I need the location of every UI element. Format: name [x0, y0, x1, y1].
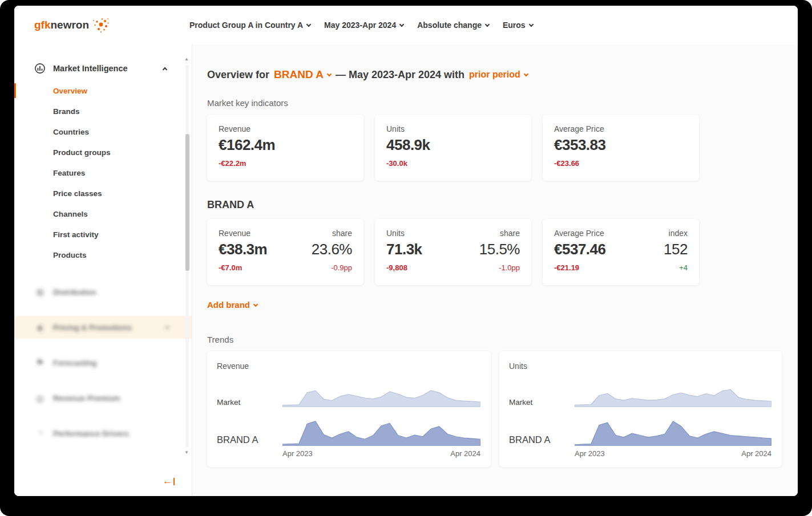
compare-period-label: prior period — [469, 70, 520, 80]
scroll-up-arrow[interactable]: ▲ — [183, 56, 190, 63]
kpi-metric-value: 152 — [664, 241, 688, 258]
title-prefix: Overview for — [207, 69, 269, 81]
sidebar-module-market-intelligence[interactable]: Market Intelligence — [34, 58, 167, 79]
sidebar-module-label: Performance Drivers — [53, 429, 129, 438]
filter-currency-label: Euros — [503, 21, 526, 30]
filter-change-type-label: Absolute change — [417, 21, 482, 30]
sidebar: Market Intelligence Overview Brands Coun… — [14, 44, 192, 496]
sidebar-module-forecasting[interactable]: ⚑ Forecasting — [14, 351, 192, 374]
chevron-up-icon — [163, 67, 167, 71]
trend-card-title: Units — [509, 361, 527, 371]
brand-kpi-row: Revenue €38.3m -€7.0m share 23.6% -0.9pp… — [207, 219, 798, 285]
x-axis-end-label: Apr 2024 — [741, 449, 771, 458]
revenue-premium-icon: ◎ — [34, 393, 46, 404]
kpi-value: €38.3m — [219, 241, 267, 258]
brand-trend-chart — [575, 414, 771, 446]
trends-row: Revenue Market BRAND A Apr 2023 Apr 2024… — [207, 351, 798, 467]
sidebar-scrollbar-thumb[interactable] — [185, 134, 189, 271]
kpi-label: Revenue — [219, 229, 267, 238]
sidebar-item-overview[interactable]: Overview — [14, 80, 192, 101]
chevron-down-icon — [399, 22, 404, 27]
sidebar-item-brands[interactable]: Brands — [14, 101, 192, 121]
market-kpi-row: Revenue €162.4m -€22.2m Units 458.9k -30… — [207, 115, 798, 181]
kpi-label: Revenue — [219, 124, 352, 133]
pricing-promotions-icon: ◈ — [34, 322, 46, 333]
scroll-down-arrow[interactable]: ▼ — [183, 449, 190, 456]
sidebar-item-products[interactable]: Products — [14, 245, 192, 265]
chevron-down-icon — [524, 72, 528, 76]
sidebar-module-distribution[interactable]: ⊞ Distribution — [14, 281, 192, 303]
filter-product-group-label: Product Group A in Country A — [189, 21, 303, 30]
sidebar-module-label: Market Intelligence — [53, 64, 128, 73]
brand-trend-chart — [282, 414, 480, 446]
filter-product-group[interactable]: Product Group A in Country A — [189, 21, 310, 30]
section-heading-trends: Trends — [207, 335, 798, 344]
market-intelligence-icon — [34, 63, 46, 74]
collapse-bar-icon — [173, 478, 175, 485]
sidebar-collapse-button[interactable]: ← — [163, 476, 175, 487]
filter-change-type[interactable]: Absolute change — [417, 21, 489, 30]
sidebar-item-product-groups[interactable]: Product groups — [14, 142, 192, 162]
trend-card-units: Units Market BRAND A Apr 2023 Apr 2024 — [499, 351, 782, 467]
sidebar-item-label: Channels — [53, 210, 88, 218]
sidebar-item-label: Brands — [53, 107, 80, 116]
kpi-delta: -30.0k — [386, 159, 520, 168]
main-content: Overview for BRAND A — May 2023-Apr 2024… — [192, 44, 798, 496]
sidebar-item-price-classes[interactable]: Price classes — [14, 183, 192, 204]
kpi-label: Average Price — [554, 124, 688, 133]
filter-period[interactable]: May 2023-Apr 2024 — [324, 21, 403, 30]
sidebar-module-label: Pricing & Promotions — [53, 323, 132, 332]
kpi-delta: -€23.66 — [554, 159, 688, 168]
logo-sparkle-icon — [92, 17, 110, 33]
sidebar-item-countries[interactable]: Countries — [14, 121, 192, 142]
sidebar-module-performance-drivers[interactable]: ◔ Performance Drivers — [14, 422, 192, 445]
sidebar-item-label: First activity — [53, 230, 99, 239]
kpi-metric-delta: -0.9pp — [312, 263, 352, 272]
sidebar-module-revenue-premium[interactable]: ◎ Revenue Premium — [14, 387, 192, 409]
brand-card-average-price: Average Price €537.46 -€21.19 index 152 … — [543, 219, 699, 285]
kpi-metric-label: share — [312, 229, 352, 238]
filter-currency[interactable]: Euros — [503, 21, 533, 30]
kpi-value: €537.46 — [554, 241, 605, 258]
x-axis-start-label: Apr 2023 — [575, 449, 605, 458]
brand-card-units: Units 71.3k -9,808 share 15.5% -1.0pp — [375, 219, 531, 285]
add-brand-button[interactable]: Add brand — [207, 300, 257, 310]
trend-card-title: Revenue — [217, 361, 249, 371]
sidebar-item-label: Countries — [53, 128, 89, 136]
global-filters: Product Group A in Country A May 2023-Ap… — [189, 6, 533, 44]
brand-selector-label: BRAND A — [274, 68, 324, 81]
x-axis-start-label: Apr 2023 — [282, 449, 313, 458]
chevron-down-icon — [253, 302, 258, 306]
sidebar-nav: Overview Brands Countries Product groups… — [14, 80, 192, 265]
distribution-icon: ⊞ — [34, 287, 46, 298]
brand-selector[interactable]: BRAND A — [274, 68, 331, 81]
kpi-value: 71.3k — [386, 241, 422, 258]
collapse-arrow-icon: ← — [163, 476, 172, 487]
chevron-down-icon — [528, 22, 533, 27]
kpi-col-right: share 15.5% -1.0pp — [479, 229, 520, 275]
kpi-col-left: Units 71.3k -9,808 — [386, 229, 422, 275]
market-trend-chart — [575, 384, 771, 407]
sidebar-item-first-activity[interactable]: First activity — [14, 224, 192, 245]
chevron-down-icon — [327, 72, 332, 76]
trend-series-label-market: Market — [509, 398, 532, 407]
kpi-delta: -€22.2m — [219, 159, 352, 168]
kpi-label: Units — [386, 229, 422, 238]
sidebar-module-label: Distribution — [53, 288, 96, 296]
kpi-card-average-price: Average Price €353.83 -€23.66 — [543, 115, 699, 181]
logo[interactable]: gfknewron — [34, 6, 110, 44]
compare-period-selector[interactable]: prior period — [469, 70, 528, 80]
forecasting-icon: ⚑ — [34, 357, 46, 368]
kpi-label: Units — [386, 124, 520, 133]
trend-series-label-brand: BRAND A — [217, 434, 258, 445]
x-axis-labels: Apr 2023 Apr 2024 — [282, 449, 480, 458]
x-axis-labels: Apr 2023 Apr 2024 — [575, 449, 771, 458]
kpi-col-left: Revenue €38.3m -€7.0m — [219, 229, 267, 275]
brand-card-revenue: Revenue €38.3m -€7.0m share 23.6% -0.9pp — [207, 219, 363, 285]
kpi-card-revenue: Revenue €162.4m -€22.2m — [207, 115, 363, 181]
sidebar-module-pricing-promotions[interactable]: ◈ Pricing & Promotions — [14, 316, 192, 339]
title-period: — May 2023-Apr 2024 with — [336, 69, 464, 81]
sidebar-item-features[interactable]: Features — [14, 162, 192, 183]
sidebar-item-channels[interactable]: Channels — [14, 204, 192, 224]
sidebar-item-label: Features — [53, 169, 85, 177]
